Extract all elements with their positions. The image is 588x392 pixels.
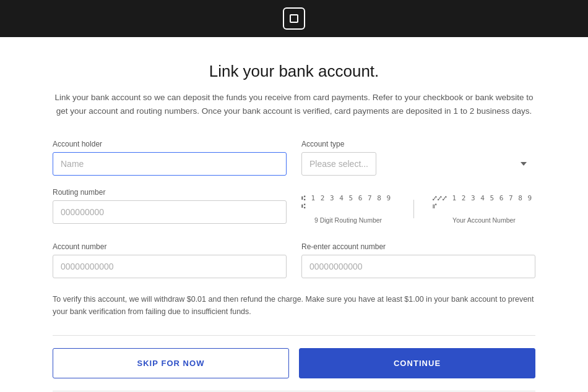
reenter-account-group: Re-enter account number xyxy=(301,242,535,278)
routing-diagram-numbers: ⑆ 1 2 3 4 5 6 7 8 9 ⑆ xyxy=(301,194,395,210)
account-type-label: Account type xyxy=(301,140,535,148)
account-diagram-label: Your Account Number xyxy=(452,216,516,224)
bank-form: Account holder Account type Please selec… xyxy=(53,140,535,278)
account-holder-input[interactable] xyxy=(53,152,287,176)
account-number-input[interactable] xyxy=(53,255,287,278)
app-header xyxy=(0,0,588,37)
account-type-group: Account type Please select... Checking S… xyxy=(301,140,535,176)
account-holder-label: Account holder xyxy=(53,140,287,148)
account-diagram-section: ⑇⑇⑇ 1 2 3 4 5 6 7 8 9 ⑈ Your Account Num… xyxy=(433,194,535,224)
account-type-select[interactable]: Please select... Checking Savings xyxy=(301,152,376,176)
reenter-account-label: Re-enter account number xyxy=(301,242,535,251)
divider-bottom xyxy=(53,391,535,391)
routing-number-group: Routing number xyxy=(53,188,287,230)
continue-button[interactable]: CONTINUE xyxy=(299,348,535,378)
routing-number-label: Routing number xyxy=(53,188,287,197)
account-number-group: Account number xyxy=(53,242,287,278)
diagram-divider xyxy=(413,200,414,218)
routing-number-input[interactable] xyxy=(53,200,287,224)
account-diagram-numbers: ⑇⑇⑇ 1 2 3 4 5 6 7 8 9 ⑈ xyxy=(433,194,535,210)
skip-button[interactable]: SKIP FOR NOW xyxy=(53,348,289,378)
account-holder-group: Account holder xyxy=(53,140,287,176)
button-row: SKIP FOR NOW CONTINUE xyxy=(53,348,535,378)
divider-top xyxy=(53,335,535,336)
bank-diagram: ⑆ 1 2 3 4 5 6 7 8 9 ⑆ 9 Digit Routing Nu… xyxy=(301,188,535,230)
reenter-account-input[interactable] xyxy=(301,255,535,278)
page-description: Link your bank account so we can deposit… xyxy=(53,91,535,117)
account-number-label: Account number xyxy=(53,242,287,251)
square-logo-icon xyxy=(283,7,305,30)
account-type-select-wrapper: Please select... Checking Savings xyxy=(301,152,535,176)
check-diagram-container: ⑆ 1 2 3 4 5 6 7 8 9 ⑆ 9 Digit Routing Nu… xyxy=(301,188,535,230)
page-title: Link your bank account. xyxy=(53,62,535,81)
verification-note: To verify this account, we will withdraw… xyxy=(53,293,535,318)
routing-diagram-section: ⑆ 1 2 3 4 5 6 7 8 9 ⑆ 9 Digit Routing Nu… xyxy=(301,194,395,224)
square-logo-inner xyxy=(290,14,298,23)
routing-diagram-label: 9 Digit Routing Number xyxy=(314,216,382,224)
main-content: Link your bank account. Link your bank a… xyxy=(40,37,548,392)
